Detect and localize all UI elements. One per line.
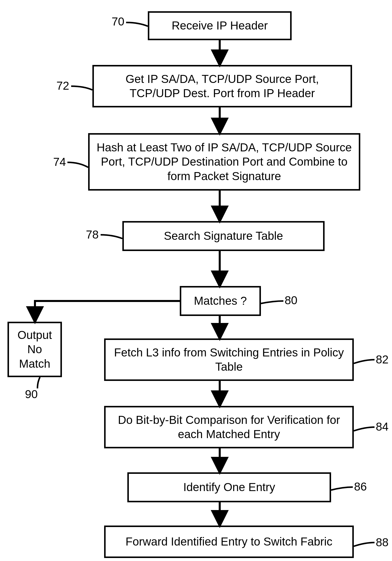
- text-78: Search Signature Table: [164, 229, 283, 243]
- refnum-90: 90: [25, 388, 38, 400]
- refnum-70: 70: [112, 16, 124, 27]
- text-74: Hash at Least Two of IP SA/DA, TCP/UDP S…: [95, 140, 354, 184]
- refnum-82: 82: [376, 354, 389, 365]
- step-receive-ip-header: Receive IP Header: [148, 11, 292, 40]
- decision-matches: Matches ?: [180, 286, 261, 316]
- text-80: Matches ?: [194, 294, 247, 308]
- refnum-78: 78: [86, 229, 99, 240]
- text-86: Identify One Entry: [183, 480, 275, 495]
- refnum-84: 84: [376, 421, 389, 432]
- step-get-header-fields: Get IP SA/DA, TCP/UDP Source Port, TCP/U…: [92, 65, 352, 107]
- text-88: Forward Identified Entry to Switch Fabri…: [126, 535, 332, 549]
- refnum-72: 72: [56, 80, 69, 91]
- step-search-signature-table: Search Signature Table: [122, 221, 325, 251]
- refnum-80: 80: [285, 294, 297, 306]
- step-forward-to-fabric: Forward Identified Entry to Switch Fabri…: [104, 526, 354, 558]
- refnum-88: 88: [376, 537, 389, 548]
- step-output-no-match: Output No Match: [7, 322, 62, 377]
- step-hash-combine: Hash at Least Two of IP SA/DA, TCP/UDP S…: [88, 133, 360, 191]
- refnum-86: 86: [354, 481, 367, 492]
- text-84: Do Bit-by-Bit Comparison for Verificatio…: [111, 413, 347, 442]
- text-72: Get IP SA/DA, TCP/UDP Source Port, TCP/U…: [99, 72, 346, 101]
- text-82: Fetch L3 info from Switching Entries in …: [111, 345, 347, 374]
- step-bit-comparison: Do Bit-by-Bit Comparison for Verificatio…: [104, 406, 354, 448]
- step-identify-entry: Identify One Entry: [127, 472, 331, 502]
- text-70: Receive IP Header: [172, 18, 268, 33]
- text-90: Output No Match: [14, 328, 55, 371]
- step-fetch-l3-info: Fetch L3 info from Switching Entries in …: [104, 338, 354, 381]
- flowchart-canvas: Receive IP Header Get IP SA/DA, TCP/UDP …: [0, 0, 392, 561]
- refnum-74: 74: [53, 156, 66, 168]
